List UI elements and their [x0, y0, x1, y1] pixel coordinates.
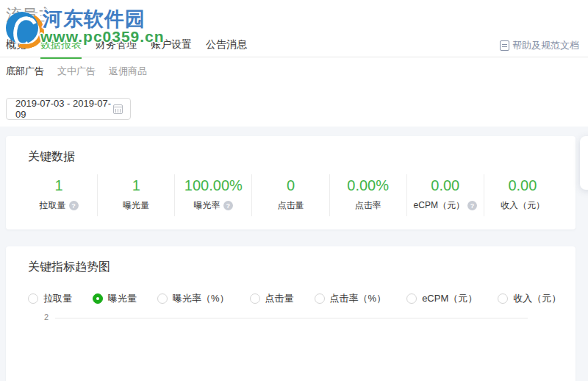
radio-icon [157, 293, 168, 304]
radio-click-rate[interactable]: 点击率（%） [315, 292, 387, 305]
metric-label: eCPM（元） [414, 199, 465, 212]
metric-clicks: 0 点击量 [251, 174, 329, 216]
tab-overview[interactable]: 概览 [6, 38, 26, 59]
metric-value: 1 [98, 176, 174, 195]
radio-ecpm[interactable]: eCPM（元） [406, 292, 477, 305]
radio-icon [498, 293, 508, 304]
help-docs-label: 帮助及规范文档 [512, 39, 579, 52]
radio-selected-icon [93, 293, 103, 304]
trend-chart-title: 关键指标趋势图 [28, 260, 110, 275]
header-divider [0, 57, 588, 57]
metric-label: 点击量 [277, 199, 304, 212]
help-icon[interactable]: ? [223, 201, 233, 210]
floating-side-widget[interactable] [580, 136, 588, 190]
ad-type-subtabbar: 底部广告 文中广告 返佣商品 [6, 65, 147, 78]
radio-clicks[interactable]: 点击量 [250, 292, 294, 305]
radio-label: 曝光率（%） [173, 292, 229, 305]
metric-label: 收入（元） [501, 199, 545, 212]
tab-finance[interactable]: 财务管理 [96, 38, 137, 59]
radio-impression-rate[interactable]: 曝光率（%） [157, 292, 229, 305]
metric-value: 0.00% [330, 176, 406, 195]
radio-label: 曝光量 [108, 292, 137, 305]
metric-value: 0.00 [407, 176, 484, 195]
tab-data-report[interactable]: 数据报表 [40, 38, 82, 59]
y-axis-tick: 2 [38, 313, 49, 321]
chart-gridline [55, 318, 528, 318]
tab-announcements[interactable]: 公告消息 [206, 38, 247, 59]
subtab-rebate-goods[interactable]: 返佣商品 [109, 65, 147, 78]
metric-ecpm: 0.00 eCPM（元）? [406, 174, 484, 216]
metrics-row: 1 拉取量? 1 曝光量 100.00% 曝光率? 0 点击量 0.00% 点击… [21, 174, 561, 216]
metric-label: 拉取量 [40, 199, 66, 212]
calendar-icon [113, 104, 123, 114]
page-title: 流量主 [6, 4, 54, 26]
metric-label: 曝光量 [123, 199, 149, 212]
main-tabbar: 概览 数据报表 财务管理 账户设置 公告消息 [6, 38, 247, 59]
radio-label: 收入（元） [513, 292, 561, 305]
key-data-card: 关键数据 1 拉取量? 1 曝光量 100.00% 曝光率? 0 点击量 0.0… [6, 136, 576, 229]
radio-icon [406, 293, 417, 304]
radio-label: 拉取量 [43, 292, 72, 305]
metric-label: 曝光率 [194, 199, 220, 212]
radio-label: eCPM（元） [422, 292, 477, 305]
radio-label: 点击率（%） [330, 292, 387, 305]
metric-radio-group: 拉取量 曝光量 曝光率（%） 点击量 点击率（%） eCPM（元） 收入（元） [28, 292, 561, 305]
key-data-title: 关键数据 [28, 149, 75, 165]
metric-click-rate: 0.00% 点击率 [329, 174, 406, 216]
metric-revenue: 0.00 收入（元） [484, 174, 561, 216]
help-icon[interactable]: ? [467, 201, 477, 210]
radio-icon [315, 293, 325, 304]
header: 流量主 概览 数据报表 财务管理 账户设置 公告消息 帮助及规范文档 底部广告 … [0, 0, 588, 127]
document-icon [500, 40, 509, 51]
radio-pull-count[interactable]: 拉取量 [28, 292, 72, 305]
metric-impression-rate: 100.00% 曝光率? [174, 174, 251, 216]
metric-value: 100.00% [175, 176, 251, 195]
radio-impressions[interactable]: 曝光量 [93, 292, 137, 305]
metric-value: 0.00 [484, 176, 561, 195]
help-docs-link[interactable]: 帮助及规范文档 [500, 39, 579, 52]
metric-value: 0 [252, 176, 329, 195]
help-icon[interactable]: ? [69, 201, 79, 210]
radio-revenue[interactable]: 收入（元） [498, 292, 561, 305]
metric-impressions: 1 曝光量 [97, 174, 174, 216]
radio-icon [250, 293, 260, 304]
date-range-picker[interactable]: 2019-07-03 - 2019-07-09 [6, 98, 131, 120]
tab-account-settings[interactable]: 账户设置 [151, 38, 192, 59]
metric-value: 1 [21, 176, 97, 195]
metric-pull-count: 1 拉取量? [21, 174, 97, 216]
metric-label: 点击率 [355, 199, 381, 212]
subtab-inline-ad[interactable]: 文中广告 [57, 65, 96, 78]
subtab-bottom-ad[interactable]: 底部广告 [6, 65, 44, 78]
radio-icon [28, 293, 38, 304]
radio-label: 点击量 [265, 292, 294, 305]
date-range-value: 2019-07-03 - 2019-07-09 [15, 98, 113, 120]
trend-chart-card: 关键指标趋势图 拉取量 曝光量 曝光率（%） 点击量 点击率（%） eCPM（元… [6, 246, 576, 381]
